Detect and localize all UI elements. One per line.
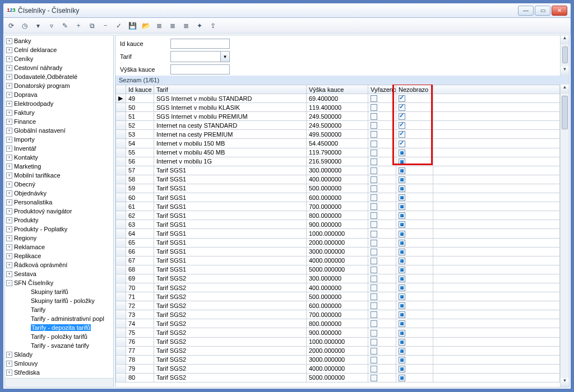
tree-node[interactable]: +Importy bbox=[5, 135, 113, 144]
expand-icon[interactable]: + bbox=[6, 92, 12, 98]
tree-node[interactable]: +Kontakty bbox=[5, 153, 113, 162]
table-row[interactable]: 67Tarif SGS14000.000000 bbox=[116, 256, 560, 265]
table-row[interactable]: 50SGS Internet v mobilu KLASIK119.400000 bbox=[116, 103, 560, 112]
expand-icon[interactable]: + bbox=[6, 226, 12, 232]
tree-node[interactable]: +Produktový navigátor bbox=[5, 207, 113, 216]
nezobrazo-checkbox[interactable] bbox=[399, 320, 405, 327]
expand-icon[interactable]: + bbox=[6, 128, 12, 134]
expand-icon[interactable]: + bbox=[6, 164, 12, 170]
tree-node[interactable]: +Řádková oprávnění bbox=[5, 260, 113, 269]
table-row[interactable]: 57Tarif SGS1300.000000 bbox=[116, 166, 560, 175]
nezobrazo-checkbox[interactable] bbox=[399, 357, 405, 363]
expand-icon[interactable]: + bbox=[6, 146, 12, 152]
tree-node[interactable]: Tarify - administrativní popl bbox=[5, 314, 113, 323]
expand-icon[interactable]: + bbox=[6, 74, 12, 80]
grid-vertical-scrollbar[interactable]: ▲ ▼ bbox=[560, 85, 569, 387]
form-scrollbar[interactable]: ▲ ▼ bbox=[560, 35, 569, 76]
expand-icon[interactable]: + bbox=[6, 199, 12, 206]
expand-icon[interactable]: + bbox=[6, 262, 12, 268]
tree-node[interactable]: +Elektroodpady bbox=[5, 99, 113, 108]
table-row[interactable]: 69Tarif SGS2300.000000 bbox=[116, 274, 560, 283]
clock-icon[interactable]: ◷ bbox=[19, 20, 30, 31]
indent-left-icon[interactable]: ≣ bbox=[154, 20, 165, 31]
vyrazeno-checkbox[interactable] bbox=[371, 320, 377, 327]
col-vyrazeno[interactable]: Vyřazeno bbox=[368, 85, 396, 94]
tree-node[interactable]: Skupiny tarifů bbox=[5, 287, 113, 296]
nezobrazo-checkbox[interactable] bbox=[399, 158, 405, 165]
table-row[interactable]: 52Internet na cesty STANDARD249.500000 bbox=[116, 121, 560, 130]
nezobrazo-checkbox[interactable] bbox=[399, 131, 405, 138]
expand-icon[interactable]: + bbox=[6, 137, 12, 143]
table-row[interactable]: 56Internet v mobilu 1G216.590000 bbox=[116, 157, 560, 166]
tree-node[interactable]: −SFN Číselníky bbox=[5, 278, 113, 287]
tree-node[interactable]: +Cestovní náhrady bbox=[5, 63, 113, 72]
expand-icon[interactable]: + bbox=[6, 370, 12, 376]
tree-horizontal-scrollbar[interactable] bbox=[5, 378, 113, 387]
nezobrazo-checkbox[interactable] bbox=[399, 95, 405, 102]
close-button[interactable]: ✕ bbox=[552, 6, 567, 16]
vyrazeno-checkbox[interactable] bbox=[371, 293, 377, 300]
tree-node[interactable]: Tarify - depozita tarifů bbox=[5, 323, 113, 332]
vyrazeno-checkbox[interactable] bbox=[371, 366, 377, 372]
scroll-thumb[interactable] bbox=[562, 96, 568, 129]
expand-icon[interactable]: + bbox=[6, 361, 12, 367]
expand-icon[interactable]: + bbox=[6, 119, 12, 125]
scroll-up-icon[interactable]: ▲ bbox=[561, 35, 569, 44]
tarif-combo[interactable]: ▼ bbox=[170, 51, 230, 62]
tree-node[interactable]: +Dodavatelé,Odběratelé bbox=[5, 72, 113, 81]
tree-node[interactable]: +Banky bbox=[5, 36, 113, 45]
table-row[interactable]: 80Tarif SGS25000.000000 bbox=[116, 373, 560, 382]
nezobrazo-checkbox[interactable] bbox=[399, 122, 405, 129]
expand-icon[interactable]: + bbox=[6, 172, 12, 179]
vyrazeno-checkbox[interactable] bbox=[371, 95, 377, 102]
filter-funnel-icon[interactable]: ▾ bbox=[33, 20, 44, 31]
tree-node[interactable]: +Globální nastavení bbox=[5, 126, 113, 135]
vyrazeno-checkbox[interactable] bbox=[371, 258, 377, 264]
refresh-icon[interactable]: ⟳ bbox=[6, 20, 17, 31]
tree-node[interactable]: +Ceníky bbox=[5, 54, 113, 63]
table-row[interactable]: 78Tarif SGS23000.000000 bbox=[116, 355, 560, 364]
copy-icon[interactable]: ⧉ bbox=[86, 20, 98, 31]
vyrazeno-checkbox[interactable] bbox=[371, 284, 377, 291]
table-row[interactable]: 70Tarif SGS2400.000000 bbox=[116, 283, 560, 292]
table-row[interactable]: 53Internet na cesty PREMIUM499.500000 bbox=[116, 130, 560, 139]
chevron-down-icon[interactable]: ▼ bbox=[220, 52, 229, 62]
vyska-kauce-input[interactable] bbox=[170, 64, 230, 74]
nezobrazo-checkbox[interactable] bbox=[399, 240, 405, 246]
table-row[interactable]: 72Tarif SGS2600.000000 bbox=[116, 301, 560, 310]
expand-icon[interactable]: + bbox=[6, 83, 12, 89]
check-icon[interactable]: ✓ bbox=[113, 20, 124, 31]
tree-node[interactable]: +Obecný bbox=[5, 180, 113, 189]
save-icon[interactable]: 💾 bbox=[127, 20, 138, 31]
table-row[interactable]: 55Internet v mobilu 450 MB119.790000 bbox=[116, 148, 560, 157]
nezobrazo-checkbox[interactable] bbox=[399, 104, 405, 111]
scroll-up-icon[interactable]: ▲ bbox=[561, 85, 569, 94]
nezobrazo-checkbox[interactable] bbox=[399, 258, 405, 264]
col-nezobrazo[interactable]: Nezobrazo bbox=[396, 85, 433, 94]
tree-node[interactable]: +Celní deklarace bbox=[5, 45, 113, 54]
nezobrazo-checkbox[interactable] bbox=[399, 276, 405, 282]
open-folder-icon[interactable]: 📂 bbox=[140, 20, 151, 31]
filter-icon[interactable]: ▿ bbox=[46, 20, 57, 31]
expand-icon[interactable]: + bbox=[6, 65, 12, 71]
tree-node[interactable]: +Smlouvy bbox=[5, 359, 113, 368]
vyrazeno-checkbox[interactable] bbox=[371, 348, 377, 354]
nezobrazo-checkbox[interactable] bbox=[399, 167, 405, 174]
expand-icon[interactable]: + bbox=[6, 190, 12, 197]
list-icon[interactable]: ≣ bbox=[180, 20, 192, 31]
tree-node[interactable]: +Střediska bbox=[5, 368, 113, 377]
tree-node[interactable]: +Produkty - Poplatky bbox=[5, 225, 113, 234]
new-icon[interactable]: ＋ bbox=[73, 20, 84, 31]
vyrazeno-checkbox[interactable] bbox=[371, 221, 377, 228]
indent-icon[interactable]: ≣ bbox=[167, 20, 178, 31]
expand-icon[interactable]: + bbox=[6, 38, 12, 44]
export-icon[interactable]: ⇪ bbox=[207, 20, 219, 31]
nezobrazo-checkbox[interactable] bbox=[399, 203, 405, 210]
tree-node[interactable]: +Regiony bbox=[5, 234, 113, 242]
table-row[interactable]: 63Tarif SGS1900.000000 bbox=[116, 220, 560, 229]
nezobrazo-checkbox[interactable] bbox=[399, 113, 405, 120]
expand-icon[interactable]: + bbox=[6, 244, 12, 250]
tree-node[interactable]: Skupiny tarifů - položky bbox=[5, 296, 113, 305]
tree-node[interactable]: +Reklamace bbox=[5, 242, 113, 251]
scroll-down-icon[interactable]: ▼ bbox=[561, 67, 569, 76]
